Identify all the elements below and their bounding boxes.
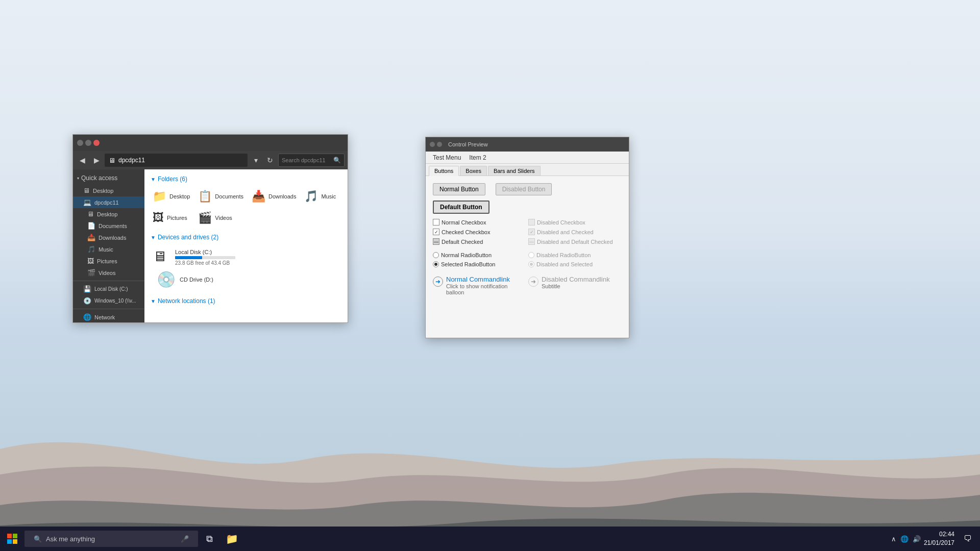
folder-downloads[interactable]: 📥 Downloads <box>250 188 298 205</box>
ctrl-tab-boxes[interactable]: Boxes <box>460 166 487 176</box>
drive-c-name: Local Disk (C:) <box>175 249 235 255</box>
checkbox-disabled-checked-label: Disabled and Checked <box>537 229 594 235</box>
search-icon: 🔍 <box>333 157 341 164</box>
folder-music[interactable]: 🎵 Music <box>302 188 341 205</box>
folder-music-label: Music <box>321 193 336 199</box>
ctrl-win-btn1[interactable] <box>430 142 435 147</box>
drives-arrow: ▼ <box>151 235 156 240</box>
sidebar-sep1 <box>73 281 144 281</box>
checkbox-normal-label: Normal Checkbox <box>442 219 486 226</box>
ctrl-menu-item2[interactable]: Item 2 <box>465 152 490 163</box>
sidebar-documents-label: Documents <box>99 223 127 229</box>
folder-pictures[interactable]: 🖼 Pictures <box>151 209 192 227</box>
sidebar-item-dpcdpc11[interactable]: 💻 dpcdpc11 <box>73 196 144 208</box>
explorer-body: ▾ Quick access 🖥 Desktop 💻 dpcdpc11 🖥 De… <box>73 169 348 322</box>
folder-videos[interactable]: 🎬 Videos <box>196 209 246 227</box>
commandlink-normal-text: Normal Commandlink Click to show notific… <box>446 276 526 295</box>
ctrl-title: Control Preview <box>448 141 488 147</box>
drives-section-header[interactable]: ▼ Devices and drives (2) <box>151 234 341 241</box>
radio-disabled-selected-row: Disabled and Selected <box>528 261 622 267</box>
notification-center-button[interactable]: 🗨 <box>960 531 976 547</box>
desktop2-icon: 🖥 <box>87 210 94 218</box>
drives-section: 🖥 Local Disk (C:) 23.8 GB free of 43.4 G… <box>151 246 341 290</box>
drive-c-info: Local Disk (C:) 23.8 GB free of 43.4 GB <box>175 249 235 266</box>
sidebar-item-downloads[interactable]: 📥 Downloads <box>73 232 144 243</box>
sidebar-item-desktop2[interactable]: 🖥 Desktop <box>73 208 144 220</box>
ctrl-tab-bars[interactable]: Bars and Sliders <box>488 166 541 176</box>
sidebar-desktop2-label: Desktop <box>97 211 117 217</box>
minimize-button[interactable] <box>77 140 83 146</box>
default-button[interactable]: Default Button <box>433 201 489 214</box>
ctrl-menu-test[interactable]: Test Menu <box>429 152 465 163</box>
checkbox-normal[interactable] <box>433 219 439 226</box>
checkbox-disabled-label: Disabled Checkbox <box>537 219 585 226</box>
drive-c-bar <box>175 256 235 259</box>
quick-access-header[interactable]: ▾ Quick access <box>73 171 144 185</box>
sidebar-item-local-disk[interactable]: 💾 Local Disk (C:) <box>73 283 144 295</box>
commandlink-normal-title[interactable]: Normal Commandlink <box>446 276 526 283</box>
folder-videos-icon: 🎬 <box>198 211 212 224</box>
tray-clock[interactable]: 02:44 21/01/2017 <box>924 530 957 547</box>
drive-d[interactable]: 💿 CD Drive (D:) <box>155 268 241 290</box>
sidebar-item-windows10[interactable]: 💿 Windows_10 (\\v... <box>73 295 144 307</box>
checkbox-normal-row: Normal Checkbox <box>433 219 526 226</box>
close-button[interactable] <box>93 140 100 146</box>
folder-downloads-label: Downloads <box>268 193 296 199</box>
folder-documents[interactable]: 📋 Documents <box>196 188 246 205</box>
folder-downloads-icon: 📥 <box>252 190 265 203</box>
cortana-mic-icon[interactable]: 🎤 <box>177 531 193 547</box>
tray-volume-icon[interactable]: 🔊 <box>913 535 921 543</box>
quick-access-label: Quick access <box>81 174 117 182</box>
explorer-sidebar: ▾ Quick access 🖥 Desktop 💻 dpcdpc11 🖥 De… <box>73 169 144 322</box>
task-view-button[interactable]: ⧉ <box>198 528 220 550</box>
ctrl-tab-buttons[interactable]: Buttons <box>429 166 459 176</box>
ctrl-titlebar: Control Preview <box>426 137 629 152</box>
back-button[interactable]: ◀ <box>76 154 88 166</box>
checkbox-checked[interactable]: ✓ <box>433 229 439 235</box>
folder-documents-icon: 📋 <box>198 190 212 203</box>
commandlink-normal-subtitle: Click to show notification balloon <box>446 283 526 295</box>
control-preview-window: Control Preview Test Menu Item 2 Buttons… <box>425 137 629 338</box>
normal-button[interactable]: Normal Button <box>433 183 485 195</box>
dropdown-button[interactable]: ▾ <box>250 154 262 166</box>
radio-disabled-selected-label: Disabled and Selected <box>536 261 593 267</box>
music-icon: 🎵 <box>87 245 95 253</box>
taskbar-search[interactable]: 🔍 Ask me anything 🎤 <box>24 531 198 547</box>
tray-up-icon[interactable]: ∧ <box>891 535 896 543</box>
ctrl-win-btn2[interactable] <box>437 142 442 147</box>
sidebar-item-network[interactable]: 🌐 Network <box>73 311 144 322</box>
radio-disabled-row: Disabled RadioButton <box>528 252 622 258</box>
taskbar-tray: ∧ 🌐 🔊 02:44 21/01/2017 🗨 <box>891 530 980 547</box>
sidebar-item-music[interactable]: 🎵 Music <box>73 243 144 255</box>
checkbox-disabled-default-label: Disabled and Default Checked <box>537 239 613 245</box>
drive-c-space: 23.8 GB free of 43.4 GB <box>175 260 235 266</box>
checkbox-default[interactable]: — <box>433 238 439 245</box>
sidebar-item-videos[interactable]: 🎬 Videos <box>73 267 144 279</box>
sidebar-item-documents[interactable]: 📄 Documents <box>73 220 144 232</box>
network-section-header[interactable]: ▼ Network locations (1) <box>151 297 341 305</box>
radio-selected[interactable] <box>433 261 439 267</box>
commandlink-disabled-subtitle: Subtitle <box>542 283 610 289</box>
sidebar-item-desktop[interactable]: 🖥 Desktop <box>73 185 144 196</box>
location-bar[interactable]: 🖥 dpcdpc11 <box>105 154 248 167</box>
folder-desktop[interactable]: 📁 Desktop <box>151 188 192 205</box>
drive-c[interactable]: 🖥 Local Disk (C:) 23.8 GB free of 43.4 G… <box>151 246 237 268</box>
search-placeholder: Search dpcdpc11 <box>282 157 326 163</box>
search-bar[interactable]: Search dpcdpc11 🔍 <box>278 154 345 167</box>
maximize-button[interactable] <box>85 140 91 146</box>
radio-normal[interactable] <box>433 252 439 258</box>
task-view-icon: ⧉ <box>206 534 213 544</box>
folders-section-header[interactable]: ▼ Folders (6) <box>151 176 341 183</box>
commandlink-disabled-text: Disabled Commandlink Subtitle <box>542 276 610 289</box>
start-button[interactable] <box>0 527 24 551</box>
file-explorer-taskbar-button[interactable]: 📁 <box>220 528 243 550</box>
commandlink-normal-icon: ➜ <box>433 277 443 287</box>
commandlink-normal[interactable]: ➜ Normal Commandlink Click to show notif… <box>433 276 526 295</box>
notification-icon: 🗨 <box>964 534 972 543</box>
sidebar-item-pictures[interactable]: 🖼 Pictures <box>73 255 144 267</box>
tray-network-icon[interactable]: 🌐 <box>900 535 909 543</box>
checkbox-disabled-row: Disabled Checkbox <box>528 219 622 226</box>
file-explorer-titlebar <box>73 135 348 151</box>
refresh-button[interactable]: ↻ <box>264 154 276 166</box>
forward-button[interactable]: ▶ <box>90 154 103 166</box>
